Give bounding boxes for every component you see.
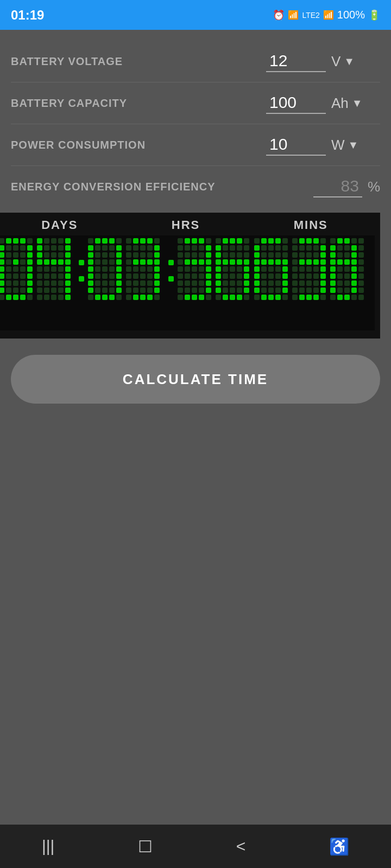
svg-rect-271 [223,295,228,300]
recent-apps-icon[interactable]: ||| [42,837,54,856]
svg-rect-274 [244,295,249,300]
svg-rect-51 [37,245,42,251]
svg-rect-17 [6,259,11,265]
svg-rect-242 [230,252,235,258]
svg-rect-35 [27,280,33,286]
svg-rect-266 [223,288,228,293]
svg-rect-164 [133,273,138,279]
svg-rect-62 [44,259,49,265]
battery-capacity-dropdown-arrow: ▼ [352,97,363,110]
svg-rect-409 [358,295,364,300]
svg-rect-386 [337,266,343,272]
svg-rect-138 [126,238,131,244]
svg-rect-90 [65,295,71,300]
back-icon[interactable]: < [236,837,246,856]
bottom-content [0,420,391,745]
battery-voltage-unit-dropdown[interactable]: V ▼ [331,53,380,70]
svg-rect-306 [261,280,267,286]
battery-voltage-input[interactable] [266,50,326,72]
svg-rect-321 [299,238,305,244]
svg-rect-260 [216,280,221,286]
svg-rect-374 [358,245,364,251]
svg-rect-58 [51,252,56,258]
svg-rect-294 [282,259,288,265]
svg-rect-218 [199,280,204,286]
svg-rect-179 [133,295,138,300]
calculate-time-button[interactable]: CALCULATE TIME [11,355,380,404]
svg-rect-88 [51,295,56,300]
svg-rect-95 [102,238,108,244]
svg-rect-314 [282,288,288,293]
svg-rect-10 [27,245,33,251]
svg-rect-177 [154,288,160,293]
svg-rect-344 [320,266,326,272]
svg-rect-397 [344,280,350,286]
svg-rect-215 [178,280,183,286]
svg-rect-151 [147,252,153,258]
svg-rect-299 [282,266,288,272]
svg-rect-304 [282,273,288,279]
svg-rect-158 [126,266,131,272]
svg-rect-327 [306,245,312,251]
svg-rect-76 [37,280,42,286]
calculate-button-wrapper: CALCULATE TIME [0,339,391,420]
svg-rect-380 [330,259,336,265]
power-consumption-dropdown-arrow: ▼ [348,139,359,151]
lte-icon: LTE2 [302,11,319,20]
svg-rect-246 [223,259,228,265]
svg-rect-130 [102,288,108,293]
svg-rect-40 [27,288,33,293]
svg-rect-178 [126,295,131,300]
svg-rect-80 [65,280,71,286]
svg-rect-326 [299,245,305,251]
svg-rect-199 [206,252,211,258]
efficiency-input[interactable] [313,176,362,197]
svg-rect-362 [306,295,312,300]
power-consumption-input[interactable] [266,134,326,156]
svg-rect-68 [51,266,56,272]
svg-rect-190 [178,245,183,251]
battery-icon: 🔋 [368,9,380,21]
svg-rect-259 [244,273,249,279]
svg-rect-173 [126,288,131,293]
svg-rect-162 [154,266,160,272]
svg-rect-22 [6,266,11,272]
led-display-panel: DAYS HRS MINS .lon { fill: #00cc00; } .l… [0,213,380,339]
svg-rect-55 [65,245,71,251]
svg-rect-8 [13,245,18,251]
svg-rect-243 [237,252,242,258]
svg-rect-148 [126,252,131,258]
svg-rect-402 [344,288,350,293]
svg-rect-48 [51,238,56,244]
svg-rect-370 [330,245,336,251]
svg-rect-145 [140,245,146,251]
svg-rect-78 [51,280,56,286]
svg-rect-134 [95,295,100,300]
svg-rect-94 [95,238,100,244]
power-consumption-unit-dropdown[interactable]: W ▼ [331,137,380,154]
navigation-bar: ||| ☐ < ♿ [0,825,391,868]
svg-rect-39 [20,288,26,293]
svg-rect-126 [109,280,115,286]
battery-capacity-input[interactable] [266,92,326,114]
svg-rect-281 [261,245,267,251]
svg-rect-186 [185,238,190,244]
svg-rect-358 [313,288,319,293]
home-icon[interactable]: ☐ [138,837,153,856]
svg-rect-172 [154,280,160,286]
svg-rect-180 [140,295,146,300]
accessibility-icon[interactable]: ♿ [329,837,349,856]
svg-rect-137 [116,295,122,300]
svg-rect-203 [199,259,204,265]
svg-rect-289 [282,252,288,258]
svg-rect-231 [223,238,228,244]
svg-rect-270 [216,295,221,300]
svg-rect-279 [282,238,288,244]
svg-rect-227 [192,295,197,300]
battery-capacity-unit-dropdown[interactable]: Ah ▼ [331,95,380,112]
svg-rect-38 [13,288,18,293]
svg-rect-201 [185,259,190,265]
svg-rect-366 [337,238,343,244]
svg-rect-400 [330,288,336,293]
svg-rect-298 [275,266,281,272]
